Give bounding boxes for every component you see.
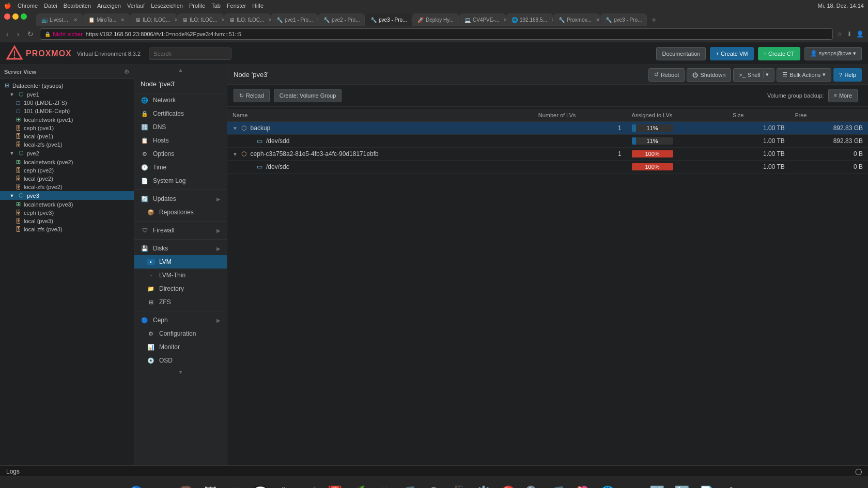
nav-item-network[interactable]: 🌐 Network [134,93,227,107]
table-row[interactable]: ▼ ⬡ ceph-c3a758a2-81e5-4fb3-a4fc-90d1817… [227,148,868,161]
dock-spotify[interactable]: 🎵 [547,481,569,489]
nav-scroll-down[interactable]: ▼ [134,367,227,377]
shutdown-button[interactable]: ⏻ Shutdown [687,68,731,82]
dock-podcasts[interactable]: 🎙 [423,481,445,489]
nav-item-directory[interactable]: 📁 Directory [134,282,227,295]
download-icon[interactable]: ⬇ [847,30,852,38]
documentation-button[interactable]: Documentation [656,47,706,60]
dock-terminal[interactable]: 🖥 [621,481,644,489]
forward-button[interactable]: › [15,29,22,39]
dock-calculator[interactable]: 🔢 [646,481,669,489]
browser-tab[interactable]: 🚀 Deploy Hy...✕ [412,13,459,26]
sidebar-item-local-pve3[interactable]: 🗄 local (pve3) [0,217,134,225]
nav-item-repositories[interactable]: 📦 Repositories [134,206,227,219]
menu-chrome[interactable]: Chrome [18,3,38,9]
menu-datei[interactable]: Datei [44,3,57,9]
menu-bearbeiten[interactable]: Bearbeiten [64,3,91,9]
dock-photos[interactable]: 🖼 [199,481,222,489]
sidebar-item-pve1[interactable]: ▼ ⬡ pve1 [0,90,134,99]
nav-scroll-up[interactable]: ▲ [134,65,227,75]
dock-safari[interactable]: 🦁 [175,481,197,489]
nav-item-syslog[interactable]: 📄 System Log [134,174,227,187]
nav-item-osd[interactable]: 💿 OSD [134,354,227,367]
nav-item-lvm[interactable]: ▪ LVM [134,255,227,269]
dock-sync[interactable]: 🔄 [671,481,693,489]
dock-search[interactable]: 🔍 [522,481,545,489]
vg-backup-expand[interactable]: ▼ [233,125,238,131]
table-row[interactable]: ▼ ⬡ backup 1 11% [227,122,868,135]
server-tree-settings[interactable]: ⚙ [124,68,130,75]
create-vm-button[interactable]: + Create VM [710,47,753,60]
menu-hilfe[interactable]: Hilfe [252,3,264,9]
dock-launchpad[interactable]: 🗂 [150,481,173,489]
menu-verlauf[interactable]: Verlauf [127,3,145,9]
apple-menu[interactable]: 🍎 [4,3,11,9]
nav-item-time[interactable]: 🕐 Time [134,161,227,174]
browser-tab[interactable]: 🔧 Proxmox...✕ [553,13,600,26]
nav-item-lvm-thin[interactable]: ▫ LVM-Thin [134,269,227,282]
nav-item-configuration[interactable]: ⚙ Configuration [134,327,227,340]
dock-mail[interactable]: ✉️ [224,481,247,489]
browser-tab[interactable]: 📺 Livestrea...✕ [36,13,83,26]
dock-appletv[interactable]: 📺 [373,481,396,489]
sidebar-item-pve3[interactable]: ▼ ⬡ pve3 [0,191,134,200]
sidebar-item-localnetwork-pve2[interactable]: ⊞ localnetwork (pve2) [0,158,134,166]
dock-simulator[interactable]: 📱 [447,481,470,489]
dock-chrome[interactable]: 🌐 [596,481,619,489]
vg-ceph-expand[interactable]: ▼ [233,151,238,157]
back-button[interactable]: ‹ [4,29,11,39]
sidebar-item-local-pve1[interactable]: 🗄 local (pve1) [0,132,134,140]
sidebar-item-local-zfs-pve1[interactable]: 🗄 local-zfs (pve1) [0,140,134,149]
browser-tab[interactable]: 🔧 pve3 - Pro...✕ [600,13,647,26]
shell-dropdown-arrow[interactable]: ▾ [763,71,769,78]
browser-tab[interactable]: 🖥 ILO: ILOC...✕ [224,13,271,26]
dock-music[interactable]: 🎵 [398,481,421,489]
global-search-input[interactable] [149,48,231,60]
nav-item-disks[interactable]: 💾 Disks ▶ [134,242,227,255]
sidebar-item-pve1-100[interactable]: □ 100 (LMDE-ZFS) [0,99,134,107]
create-ct-button[interactable]: + Create CT [758,47,800,60]
traffic-light-fullscreen[interactable] [21,13,27,20]
user-menu-button[interactable]: 👤 sysops@pve ▾ [804,47,862,60]
sidebar-item-localnetwork-pve3[interactable]: ⊞ localnetwork (pve3) [0,200,134,209]
browser-tab[interactable]: 🖥 ILO: ILOC...✕ [177,13,224,26]
traffic-light-close[interactable] [4,13,10,20]
nav-item-zfs[interactable]: ⊞ ZFS [134,295,227,309]
sidebar-item-datacenter[interactable]: ⊞ Datacenter (sysops) [0,81,134,90]
dock-maps[interactable]: 🗺 [274,481,297,489]
reload-nav-button[interactable]: ↻ [25,29,36,39]
profile-icon[interactable]: 👤 [856,30,864,38]
dock-messages[interactable]: 💬 [249,481,272,489]
dock-finder[interactable]: 🔵 [125,481,148,489]
table-row[interactable]: ▭ /dev/sdc 100% [227,161,868,174]
more-button[interactable]: ≡ More [828,89,858,102]
nav-item-monitor[interactable]: 📊 Monitor [134,340,227,354]
address-bar[interactable]: 🔒 Nicht sicher https://192.168.50.23:800… [40,28,833,40]
browser-tab[interactable]: 💻 CV4PVE-...✕ [459,13,506,26]
sidebar-item-ceph-pve3[interactable]: 🗄 ceph (pve3) [0,209,134,217]
browser-tab[interactable]: 🖥 ILO: ILOC...✕ [130,13,177,26]
bookmark-icon[interactable]: ☆ [837,30,843,38]
dock-calendar[interactable]: 📅 [323,481,346,489]
sidebar-item-localnetwork-pve1[interactable]: ⊞ localnetwork (pve1) [0,115,134,124]
sidebar-item-ceph-pve2[interactable]: 🗄 ceph (pve2) [0,166,134,175]
nav-item-certificates[interactable]: 🔒 Certificates [134,107,227,120]
dock-settings[interactable]: ⚙️ [472,481,495,489]
dock-app2[interactable]: 🌺 [571,481,594,489]
sidebar-item-pve2[interactable]: ▼ ⬡ pve2 [0,149,134,158]
create-vg-button[interactable]: Create: Volume Group [274,89,342,102]
sidebar-item-pve1-101[interactable]: □ 101 (LMDE-Ceph) [0,107,134,115]
menu-anzeigen[interactable]: Anzeigen [97,3,121,9]
nav-item-dns[interactable]: 🔠 DNS [134,120,227,134]
nav-item-hosts[interactable]: 📋 Hosts [134,134,227,147]
dock-app-red[interactable]: 🔴 [497,481,520,489]
browser-tab[interactable]: 🔧 pve2 - Pro...✕ [318,13,365,26]
dock-trash[interactable]: 🗑 [720,481,743,489]
nav-item-options[interactable]: ⚙ Options [134,147,227,161]
menu-tab[interactable]: Tab [211,3,221,9]
browser-tab[interactable]: 🌐 192.168.5...✕ [506,13,553,26]
sidebar-item-local-pve2[interactable]: 🗄 local (pve2) [0,175,134,183]
browser-tab[interactable]: 🔧 pve1 - Pro...✕ [271,13,318,26]
table-row[interactable]: ▭ /dev/sdd 11% [227,135,868,148]
bulk-actions-button[interactable]: ☰ Bulk Actions ▾ [777,68,831,82]
